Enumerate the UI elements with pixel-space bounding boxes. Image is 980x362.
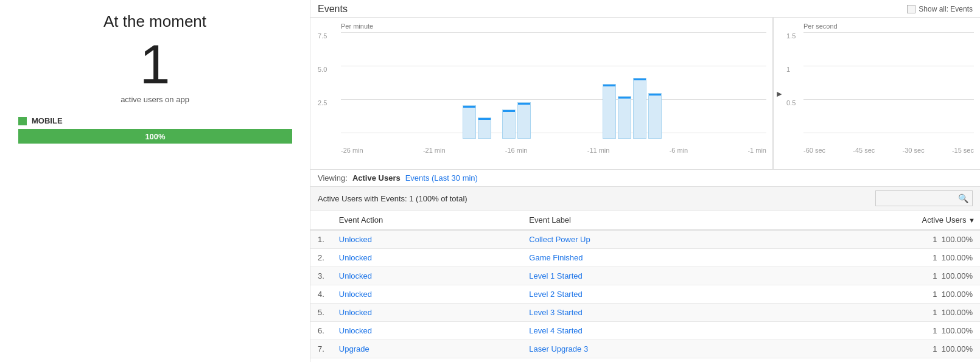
chart-expand-button[interactable]: ►	[773, 18, 785, 169]
event-label-link[interactable]: Level 3 Started	[522, 304, 768, 322]
ps-gridline-4	[803, 133, 974, 133]
show-all-checkbox[interactable]	[907, 5, 915, 13]
table-row: 4. Unlocked Level 2 Started 1 100.00%	[310, 285, 980, 304]
bar-group-2	[502, 102, 531, 139]
event-label-link[interactable]: Game Finished	[522, 249, 768, 267]
bar-top	[518, 103, 530, 105]
active-with-events-row: Active Users with Events: 1 (100% of tot…	[310, 187, 980, 211]
col-header-event-action[interactable]: Event Action	[332, 211, 522, 230]
event-label-link[interactable]: Laser Upgrade 4	[522, 358, 768, 363]
y-label-25: 2.5	[318, 99, 327, 106]
active-users-count: 1 100.00%	[768, 340, 980, 358]
progress-bar: 100%	[18, 129, 292, 144]
right-panel: Events Show all: Events Per minute 7.5 5…	[310, 0, 980, 362]
event-action-link[interactable]: Upgrade	[332, 340, 522, 358]
event-label-link[interactable]: Collect Power Up	[522, 230, 768, 249]
x-label-16: -16 min	[505, 147, 528, 154]
bar	[502, 110, 516, 139]
active-with-events-text: Active Users with Events: 1 (100% of tot…	[318, 194, 467, 203]
y-label-50: 5.0	[318, 66, 327, 73]
event-action-link[interactable]: Unlocked	[332, 249, 522, 267]
event-action-link[interactable]: Unlocked	[332, 285, 522, 304]
bar-top	[478, 118, 491, 120]
gridline-1	[341, 32, 766, 33]
ps-x-labels: -60 sec -45 sec -30 sec -15 sec	[803, 147, 974, 154]
table-row: 3. Unlocked Level 1 Started 1 100.00%	[310, 267, 980, 285]
x-label-26: -26 min	[341, 147, 363, 154]
table-header-row: Event Action Event Label Active Users ▼	[310, 211, 980, 230]
event-label-link[interactable]: Level 2 Started	[522, 285, 768, 304]
bar-group-1	[463, 105, 491, 139]
at-moment-title: At the moment	[18, 12, 292, 31]
gridline-3	[341, 99, 766, 100]
event-action-link[interactable]: Unlocked	[332, 230, 522, 249]
bar	[633, 78, 646, 139]
row-num: 6.	[310, 322, 332, 340]
x-label-6: -6 min	[670, 147, 688, 154]
y-label-75: 7.5	[318, 32, 327, 40]
sort-arrow-icon: ▼	[968, 217, 975, 224]
active-users-count: 1 100.00%	[768, 267, 980, 285]
search-icon: 🔍	[958, 193, 968, 203]
active-users-count: 1 100.00%	[768, 304, 980, 322]
bar-top	[503, 110, 515, 112]
per-minute-label: Per minute	[341, 23, 766, 30]
viewing-events-link[interactable]: Events (Last 30 min)	[405, 173, 478, 183]
bar	[618, 96, 631, 139]
ps-x-30: -30 sec	[903, 147, 925, 154]
mobile-label-row: MOBILE	[18, 116, 292, 125]
event-action-link[interactable]: Unlocked	[332, 304, 522, 322]
mobile-section: MOBILE 100%	[18, 116, 292, 144]
main-container: At the moment 1 active users on app MOBI…	[0, 0, 980, 362]
ps-x-60: -60 sec	[803, 147, 825, 154]
progress-bar-label: 100%	[145, 132, 165, 141]
bar-top	[603, 85, 615, 86]
x-label-21: -21 min	[423, 147, 446, 154]
per-second-label: Per second	[803, 23, 974, 30]
active-users-count: 1 100.00%	[768, 358, 980, 363]
ps-x-45: -45 sec	[853, 147, 875, 154]
table-row: 8. Upgrade Laser Upgrade 4 1 100.00%	[310, 358, 980, 363]
table-row: 1. Unlocked Collect Power Up 1 100.00%	[310, 230, 980, 249]
table-row: 2. Unlocked Game Finished 1 100.00%	[310, 249, 980, 267]
col-header-active-users[interactable]: Active Users ▼	[768, 211, 980, 230]
row-num: 2.	[310, 249, 332, 267]
row-num: 5.	[310, 304, 332, 322]
show-all-events[interactable]: Show all: Events	[907, 5, 973, 13]
table-row: 5. Unlocked Level 3 Started 1 100.00%	[310, 304, 980, 322]
ps-y-10: 1	[786, 66, 790, 73]
ps-y-15: 1.5	[786, 32, 796, 40]
bar-top	[634, 78, 646, 80]
col-header-event-label[interactable]: Event Label	[522, 211, 768, 230]
show-all-label: Show all: Events	[919, 5, 973, 13]
row-num: 3.	[310, 267, 332, 285]
events-title: Events	[318, 4, 348, 15]
event-label-link[interactable]: Laser Upgrade 3	[522, 340, 768, 358]
active-users-count: 1 100.00%	[768, 322, 980, 340]
x-axis-labels: -26 min -21 min -16 min -11 min -6 min -…	[341, 147, 766, 154]
active-users-label: active users on app	[18, 95, 292, 104]
viewing-active-users[interactable]: Active Users	[352, 173, 401, 183]
event-action-link[interactable]: Unlocked	[332, 267, 522, 285]
event-action-link[interactable]: Unlocked	[332, 322, 522, 340]
row-num: 7.	[310, 340, 332, 358]
per-second-chart: Per second 1.5 1 0.5 -60 sec -45 sec	[785, 18, 980, 169]
col-header-num	[310, 211, 332, 230]
bar-top	[649, 94, 661, 96]
events-table: Event Action Event Label Active Users ▼ …	[310, 211, 980, 362]
row-num: 8.	[310, 358, 332, 363]
active-users-count: 1 100.00%	[768, 230, 980, 249]
gridline-4	[341, 133, 766, 133]
x-label-11: -11 min	[587, 147, 610, 154]
chart-header: Events Show all: Events	[310, 0, 980, 18]
left-panel: At the moment 1 active users on app MOBI…	[0, 0, 310, 362]
event-action-link[interactable]: Upgrade	[332, 358, 522, 363]
event-label-link[interactable]: Level 1 Started	[522, 267, 768, 285]
event-label-link[interactable]: Level 4 Started	[522, 322, 768, 340]
active-users-number: 1	[18, 37, 292, 92]
active-users-count: 1 100.00%	[768, 285, 980, 304]
bar	[463, 105, 476, 139]
mobile-dot-icon	[18, 117, 27, 125]
ps-gridline-3	[803, 99, 974, 100]
search-box[interactable]: 🔍	[875, 190, 973, 206]
